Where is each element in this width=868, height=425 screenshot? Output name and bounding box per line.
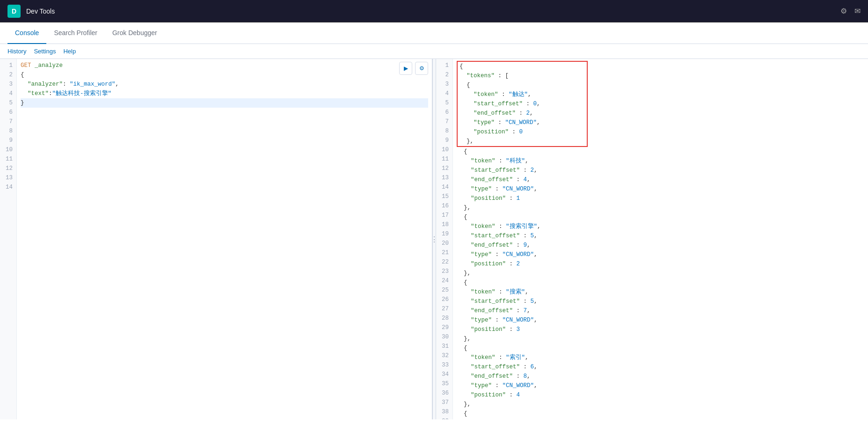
main-layout: ▶ ⚙ 1 2 3 4 5 6 7 8 9 10 11 12 13 14 GET… [0, 59, 868, 419]
editor-code-content[interactable]: GET _analyze { "analyzer": "ik_max_word"… [17, 59, 432, 419]
editor-line [21, 108, 428, 117]
app-title: Dev Tools [26, 7, 55, 15]
output-line: "type" : "CN_WORD", [460, 118, 585, 127]
output-line: }, [457, 334, 864, 344]
editor-line [21, 136, 428, 145]
output-line: "type" : "CN_WORD", [457, 184, 864, 194]
settings-button[interactable]: Settings [34, 48, 56, 55]
output-line-numbers: 12345 678910 1112131415 1617181920 21222… [436, 59, 453, 419]
top-bar-left: D Dev Tools [7, 5, 55, 18]
help-button[interactable]: Help [63, 48, 76, 55]
top-bar: D Dev Tools ⚙ ✉ [0, 0, 868, 22]
output-line: "end_offset" : 4, [457, 175, 864, 184]
output-line: "token" : "搜索", [457, 287, 864, 297]
sub-toolbar: History Settings Help [0, 44, 868, 59]
output-line: "start_offset" : 5, [457, 231, 864, 241]
output-line: "start_offset" : 2, [457, 166, 864, 175]
output-code-area[interactable]: 12345 678910 1112131415 1617181920 21222… [436, 59, 868, 419]
output-line: "end_offset" : 9, [457, 241, 864, 250]
editor-line: { [21, 70, 428, 80]
app-icon: D [7, 5, 21, 18]
output-line: "type" : "CN_WORD", [457, 250, 864, 259]
output-line: "position" : 0 [460, 127, 585, 137]
editor-line [21, 117, 428, 126]
settings-icon[interactable]: ⚙ [840, 7, 847, 15]
editor-line: "text":"触达科技-搜索引擎" [21, 89, 428, 98]
tab-console[interactable]: Console [7, 22, 46, 44]
output-line: "token" : "触达", [460, 90, 585, 99]
output-line: "end_offset" : 7, [457, 306, 864, 315]
editor-line [21, 164, 428, 173]
output-line: "end_offset" : 8, [457, 372, 864, 381]
output-line: { [457, 278, 864, 287]
run-button[interactable]: ▶ [399, 62, 412, 75]
output-line: }, [457, 269, 864, 278]
top-bar-right: ⚙ ✉ [840, 7, 861, 15]
output-line: { [457, 409, 864, 418]
output-line: }, [457, 400, 864, 409]
tab-search-profiler[interactable]: Search Profiler [46, 22, 105, 44]
output-line: }, [460, 137, 585, 146]
editor-line [21, 183, 428, 192]
output-line: { [460, 62, 585, 71]
output-line: "position" : 3 [457, 325, 864, 334]
output-line: "type" : "CN_WORD", [457, 315, 864, 325]
editor-panel: ▶ ⚙ 1 2 3 4 5 6 7 8 9 10 11 12 13 14 GET… [0, 59, 432, 419]
editor-settings-button[interactable]: ⚙ [415, 62, 428, 75]
output-line: { [457, 212, 864, 222]
output-line: "token" : "搜索引擎", [457, 222, 864, 231]
output-line: "position" : 1 [457, 194, 864, 203]
output-line: "token" : "引擎", [457, 418, 864, 419]
output-line: "position" : 4 [457, 390, 864, 400]
output-line: "end_offset" : 2, [460, 109, 585, 118]
editor-line [21, 145, 428, 154]
editor-line: } [21, 98, 428, 108]
notifications-icon[interactable]: ✉ [854, 7, 861, 15]
tab-grok-debugger[interactable]: Grok Debugger [105, 22, 165, 44]
editor-line: GET _analyze [21, 61, 428, 70]
output-line: "tokens" : [ [460, 71, 585, 81]
history-button[interactable]: History [7, 48, 26, 55]
output-line: "start_offset" : 6, [457, 362, 864, 372]
output-line: "token" : "科技", [457, 156, 864, 166]
output-line: { [457, 344, 864, 353]
output-line: }, [457, 203, 864, 212]
editor-line [21, 173, 428, 183]
output-panel: 12345 678910 1112131415 1617181920 21222… [436, 59, 868, 419]
output-line: "type" : "CN_WORD", [457, 381, 864, 390]
output-line: "position" : 2 [457, 259, 864, 269]
output-line: { [460, 81, 585, 90]
editor-line-numbers: 1 2 3 4 5 6 7 8 9 10 11 12 13 14 [0, 59, 17, 419]
output-line: "start_offset" : 0, [460, 99, 585, 109]
editor-toolbar: ▶ ⚙ [399, 62, 428, 75]
nav-tabs: Console Search Profiler Grok Debugger [0, 22, 868, 44]
output-code-content: { "tokens" : [ { "token" : "触达", "start_… [453, 59, 868, 419]
editor-code-area[interactable]: 1 2 3 4 5 6 7 8 9 10 11 12 13 14 GET _an… [0, 59, 432, 419]
output-line: "start_offset" : 5, [457, 297, 864, 306]
panel-divider[interactable]: ⋮ [432, 59, 436, 419]
editor-line [21, 126, 428, 136]
output-line: { [457, 147, 864, 156]
output-line: "token" : "索引", [457, 353, 864, 362]
editor-line: "analyzer": "ik_max_word", [21, 80, 428, 89]
editor-line [21, 154, 428, 164]
